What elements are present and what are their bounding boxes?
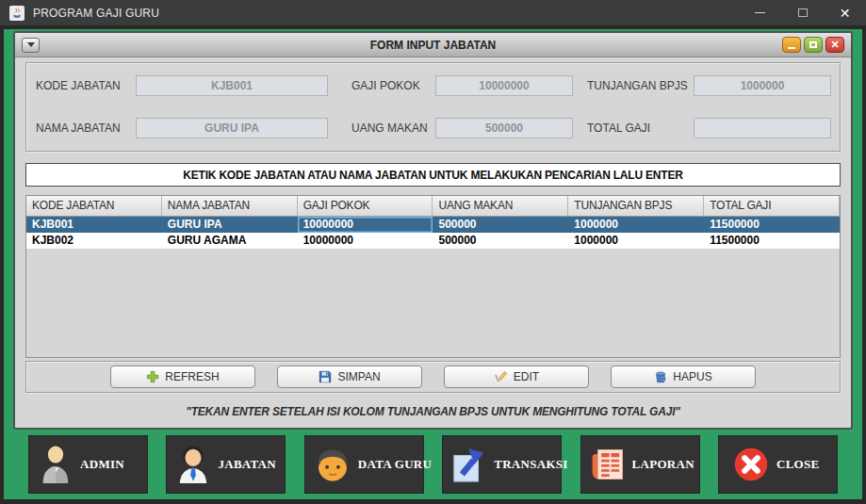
java-app-icon: [9, 6, 25, 21]
frame-maximize-icon[interactable]: [804, 37, 823, 53]
tunjangan-bpjs-field[interactable]: [694, 75, 831, 96]
column-header-total-gaji[interactable]: TOTAL GAJI: [704, 196, 840, 217]
column-header-uang-makan[interactable]: UANG MAKAN: [433, 196, 568, 217]
kode-jabatan-label: KODE JABATAN: [36, 79, 136, 92]
floppy-icon: [319, 370, 332, 383]
gaji-pokok-field[interactable]: [435, 75, 573, 96]
uang-makan-label: UANG MAKAN: [328, 122, 435, 135]
frame-minimize-icon[interactable]: [782, 37, 801, 53]
report-document-icon: [590, 446, 626, 483]
cell-total-gaji[interactable]: 11500000: [704, 217, 840, 233]
window-title: PROGRAM GAJI GURU: [33, 7, 159, 20]
cell-tunjangan-bpjs[interactable]: 1000000: [568, 217, 704, 233]
column-header-gaji-pokok[interactable]: GAJI POKOK: [298, 196, 433, 217]
nav-data-guru-label: DATA GURU: [358, 457, 432, 472]
nav-transaksi-button[interactable]: TRANSAKSI: [442, 435, 562, 494]
table-row[interactable]: KJB001 GURU IPA 10000000 500000 1000000 …: [26, 217, 840, 233]
column-header-nama-jabatan[interactable]: NAMA JABATAN: [162, 196, 298, 217]
trash-icon: [654, 370, 667, 383]
tunjangan-bpjs-label: TUNJANGAN BPJS: [573, 79, 694, 92]
jabatan-table: KODE JABATAN NAMA JABATAN GAJI POKOK UAN…: [25, 195, 841, 358]
cell-gaji-pokok[interactable]: 10000000: [298, 233, 433, 249]
cell-nama-jabatan[interactable]: GURU AGAMA: [162, 233, 298, 249]
jabatan-form-panel: KODE JABATAN GAJI POKOK TUNJANGAN BPJS N…: [25, 62, 841, 152]
table-header: KODE JABATAN NAMA JABATAN GAJI POKOK UAN…: [26, 196, 840, 217]
bottom-navbar: ADMIN JABATAN DATA: [4, 430, 862, 499]
simpan-button[interactable]: SIMPAN: [277, 366, 422, 388]
close-circle-icon: [732, 446, 770, 483]
nav-transaksi-label: TRANSAKSI: [494, 457, 568, 472]
table-row[interactable]: KJB002 GURU AGAMA 10000000 500000 100000…: [26, 233, 840, 249]
hapus-button-label: HAPUS: [673, 370, 711, 383]
nav-admin-button[interactable]: ADMIN: [28, 435, 148, 494]
os-titlebar: PROGRAM GAJI GURU ✕: [0, 0, 866, 25]
nama-jabatan-label: NAMA JABATAN: [36, 122, 136, 135]
cell-kode-jabatan[interactable]: KJB001: [26, 217, 162, 233]
refresh-button[interactable]: REFRESH: [110, 366, 255, 388]
app-window: PROGRAM GAJI GURU ✕ FORM INPUT JABATAN ✕: [0, 0, 866, 504]
total-gaji-field[interactable]: [694, 118, 831, 138]
frame-close-icon[interactable]: ✕: [825, 37, 844, 53]
frame-controls: ✕: [782, 37, 844, 53]
kode-jabatan-field[interactable]: [136, 75, 328, 96]
nav-data-guru-button[interactable]: DATA GURU: [304, 435, 424, 494]
refresh-button-label: REFRESH: [165, 370, 219, 383]
column-header-tunjangan-bpjs[interactable]: TUNJANGAN BPJS: [568, 196, 704, 217]
nav-close-label: CLOSE: [776, 457, 820, 472]
action-button-panel: REFRESH SIMPAN: [25, 361, 841, 393]
nama-jabatan-field[interactable]: [136, 118, 328, 138]
frame-titlebar: FORM INPUT JABATAN ✕: [15, 33, 851, 57]
pencil-icon: [494, 370, 508, 383]
total-gaji-label: TOTAL GAJI: [573, 122, 694, 135]
uang-makan-field[interactable]: [435, 118, 573, 138]
simpan-button-label: SIMPAN: [337, 370, 380, 383]
nav-close-button[interactable]: CLOSE: [718, 435, 838, 494]
admin-person-icon: [38, 445, 74, 484]
cell-tunjangan-bpjs[interactable]: 1000000: [568, 233, 704, 249]
frame-title: FORM INPUT JABATAN: [15, 39, 851, 52]
arrow-up-right-icon: [451, 445, 487, 484]
frame-body: KODE JABATAN GAJI POKOK TUNJANGAN BPJS N…: [15, 57, 851, 428]
cell-nama-jabatan[interactable]: GURU IPA: [162, 217, 298, 233]
cell-kode-jabatan[interactable]: KJB002: [26, 233, 162, 249]
maximize-icon[interactable]: [781, 0, 824, 25]
cell-total-gaji[interactable]: 11500000: [704, 233, 840, 249]
nav-laporan-button[interactable]: LAPORAN: [580, 435, 700, 494]
jabatan-person-icon: [175, 445, 211, 484]
student-face-icon: [314, 446, 351, 483]
search-input[interactable]: [25, 163, 841, 187]
edit-button-label: EDIT: [514, 370, 539, 383]
cell-uang-makan[interactable]: 500000: [433, 233, 568, 249]
cell-gaji-pokok[interactable]: 10000000: [298, 217, 433, 233]
gaji-pokok-label: GAJI POKOK: [328, 79, 435, 92]
form-input-jabatan-frame: FORM INPUT JABATAN ✕ KODE JABATAN GAJI P…: [13, 31, 853, 430]
edit-button[interactable]: EDIT: [444, 366, 589, 388]
cell-uang-makan[interactable]: 500000: [433, 217, 568, 233]
nav-admin-label: ADMIN: [80, 457, 124, 472]
hapus-button[interactable]: HAPUS: [611, 366, 756, 388]
plus-icon: [146, 370, 159, 383]
close-icon[interactable]: ✕: [824, 0, 866, 25]
nav-jabatan-button[interactable]: JABATAN: [166, 435, 286, 494]
search-row: [25, 163, 841, 187]
nav-jabatan-label: JABATAN: [218, 457, 276, 472]
desktop-area: FORM INPUT JABATAN ✕ KODE JABATAN GAJI P…: [0, 25, 866, 504]
minimize-icon[interactable]: [739, 0, 781, 25]
hint-note: "TEKAN ENTER SETELAH ISI KOLOM TUNJANGAN…: [25, 400, 841, 423]
nav-laporan-label: LAPORAN: [632, 457, 694, 472]
column-header-kode-jabatan[interactable]: KODE JABATAN: [26, 196, 162, 217]
